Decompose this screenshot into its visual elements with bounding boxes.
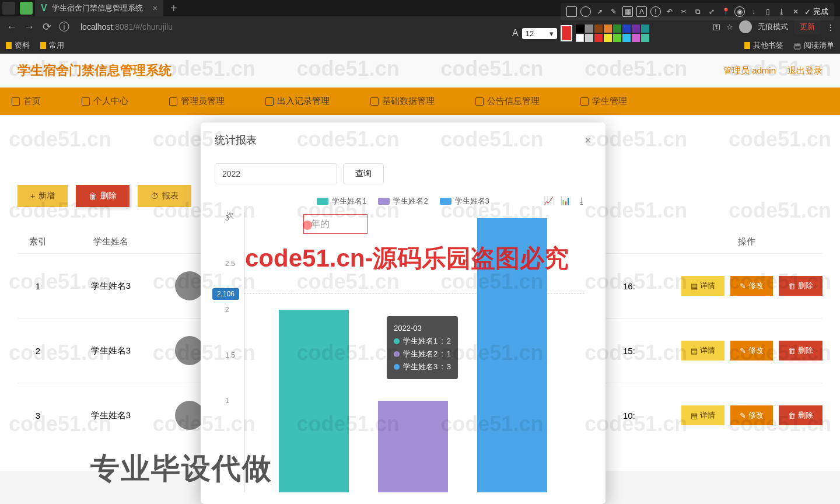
phone-icon[interactable]: ▯	[762, 6, 773, 17]
color-swatch[interactable]	[604, 24, 612, 33]
color-swatch[interactable]	[585, 34, 593, 42]
legend-item[interactable]: 学生姓名3	[440, 196, 489, 206]
color-swatch[interactable]	[632, 24, 640, 33]
detail-button[interactable]: ▤ 详情	[681, 276, 724, 296]
record-icon[interactable]: ◉	[734, 6, 745, 17]
color-swatch[interactable]	[613, 34, 621, 42]
nav-admin[interactable]: 管理员管理	[169, 96, 225, 107]
color-swatch[interactable]	[613, 24, 621, 33]
color-swatch[interactable]	[594, 34, 603, 42]
bar-series-2[interactable]	[378, 401, 448, 492]
other-bookmarks[interactable]: 其他书签	[744, 40, 783, 51]
chart-legend: 学生姓名1 学生姓名2 学生姓名3	[215, 196, 592, 206]
tab-icon-2[interactable]	[20, 2, 33, 15]
incognito-icon	[739, 20, 752, 33]
copy-icon[interactable]: ⧉	[692, 6, 703, 17]
rect-icon[interactable]	[566, 6, 577, 17]
key-icon[interactable]: ⚿	[713, 23, 720, 32]
reading-list[interactable]: ▤阅读清单	[794, 40, 834, 51]
info-tool-icon[interactable]: !	[650, 6, 661, 17]
year-input[interactable]	[215, 163, 337, 184]
detail-button[interactable]: ▤ 详情	[681, 341, 724, 360]
color-swatch[interactable]	[622, 24, 631, 33]
row-delete-button[interactable]: 🗑 删除	[779, 405, 822, 425]
avatar	[175, 336, 204, 365]
nav-profile[interactable]: 个人中心	[82, 96, 128, 107]
font-a-icon[interactable]: A	[512, 28, 519, 38]
nav-notice[interactable]: 公告信息管理	[475, 96, 540, 107]
nav-records[interactable]: 出入记录管理	[265, 96, 330, 107]
bar-series-3[interactable]	[477, 218, 547, 492]
add-button[interactable]: + 新增	[18, 185, 68, 207]
color-swatch[interactable]	[576, 34, 584, 42]
color-swatch[interactable]	[585, 24, 593, 33]
report-button[interactable]: ⏱ 报表	[138, 185, 191, 207]
bookmark-1[interactable]: 资料	[6, 40, 30, 51]
edit-button[interactable]: ✎ 修改	[730, 341, 773, 360]
menu-icon[interactable]: ⋮	[827, 23, 834, 32]
incognito-label: 无痕模式	[758, 22, 788, 32]
legend-item[interactable]: 学生姓名2	[378, 196, 428, 206]
line-chart-icon[interactable]: 📈	[544, 196, 554, 205]
color-swatch[interactable]	[641, 24, 649, 33]
cut-icon[interactable]: ✂	[678, 6, 689, 17]
back-icon[interactable]: ←	[6, 21, 18, 33]
nav-home[interactable]: 首页	[12, 96, 41, 107]
color-swatch[interactable]	[604, 34, 612, 42]
info-icon[interactable]: ⓘ	[58, 20, 70, 34]
fontsize-select[interactable]: 12▾	[522, 28, 557, 39]
bookmark-2[interactable]: 常用	[40, 40, 64, 51]
save-tool-icon[interactable]: ⭳	[776, 6, 787, 17]
circle-icon[interactable]	[580, 6, 591, 17]
tab-icon-1[interactable]	[2, 2, 15, 15]
bookmarks-bar: 资料 常用 其他书签 ▤阅读清单	[0, 37, 840, 54]
color-swatch[interactable]	[622, 34, 631, 42]
color-palette	[576, 24, 649, 42]
download-icon[interactable]: ↓	[748, 6, 759, 17]
cancel-tool-icon[interactable]: ✕	[790, 6, 801, 17]
nav-student[interactable]: 学生管理	[580, 96, 627, 107]
detail-button[interactable]: ▤ 详情	[681, 405, 724, 425]
mosaic-icon[interactable]: ▦	[622, 6, 633, 17]
legend-item[interactable]: 学生姓名1	[317, 196, 366, 206]
chart-tooltip: 2022-03 学生姓名1: 2 学生姓名2: 1 学生姓名3: 3	[387, 316, 458, 379]
expand-icon[interactable]: ⤢	[706, 6, 717, 17]
delete-button[interactable]: 🗑 删除	[76, 185, 130, 207]
pen-icon[interactable]: ✎	[608, 6, 619, 17]
text-icon[interactable]: A	[636, 6, 647, 17]
edit-button[interactable]: ✎ 修改	[730, 276, 773, 296]
done-button[interactable]: ✓完成	[804, 6, 828, 17]
update-button[interactable]: 更新	[794, 19, 821, 34]
screenshot-toolbar: ↗ ✎ ▦ A ! ↶ ✂ ⧉ ⤢ 📍 ◉ ↓ ▯ ⭳ ✕ ✓完成	[561, 3, 834, 20]
color-swatch[interactable]	[576, 24, 584, 33]
bar-series-1[interactable]	[279, 310, 349, 492]
edit-button[interactable]: ✎ 修改	[730, 405, 773, 425]
vue-icon: V	[41, 3, 47, 13]
bar-chart-icon[interactable]: 📊	[561, 196, 570, 205]
undo-icon[interactable]: ↶	[664, 6, 675, 17]
active-tab[interactable]: V 学生宿舍门禁信息管理系统 ×	[35, 0, 163, 16]
current-color[interactable]	[561, 25, 572, 41]
row-delete-button[interactable]: 🗑 删除	[779, 276, 822, 296]
arrow-icon[interactable]: ↗	[594, 6, 605, 17]
query-button[interactable]: 查询	[343, 163, 384, 184]
modal-title: 统计报表	[215, 133, 257, 147]
chart-area: 学生姓名1 学生姓名2 学生姓名3 📈 📊 ⭳ 次 3 2.5 2 1.5 1 …	[215, 196, 592, 499]
color-swatch[interactable]	[632, 34, 640, 42]
close-icon[interactable]: ×	[584, 134, 592, 147]
reload-icon[interactable]: ⟳	[41, 20, 52, 33]
nav-menu: 首页 个人中心 管理员管理 出入记录管理 基础数据管理 公告信息管理 学生管理	[0, 88, 840, 115]
close-icon[interactable]: ×	[153, 4, 158, 13]
avatar	[175, 271, 204, 300]
color-swatch[interactable]	[641, 34, 649, 42]
nav-basedata[interactable]: 基础数据管理	[370, 96, 435, 107]
row-delete-button[interactable]: 🗑 删除	[779, 341, 822, 360]
download-chart-icon[interactable]: ⭳	[578, 196, 586, 205]
pin-icon[interactable]: 📍	[720, 6, 731, 17]
forward-icon[interactable]: →	[23, 21, 35, 33]
logout-link[interactable]: 退出登录	[788, 65, 822, 76]
new-tab-button[interactable]: +	[163, 2, 184, 15]
star-icon[interactable]: ☆	[726, 23, 733, 32]
color-swatch[interactable]	[594, 24, 603, 33]
value-bubble: 2,106	[212, 288, 239, 300]
